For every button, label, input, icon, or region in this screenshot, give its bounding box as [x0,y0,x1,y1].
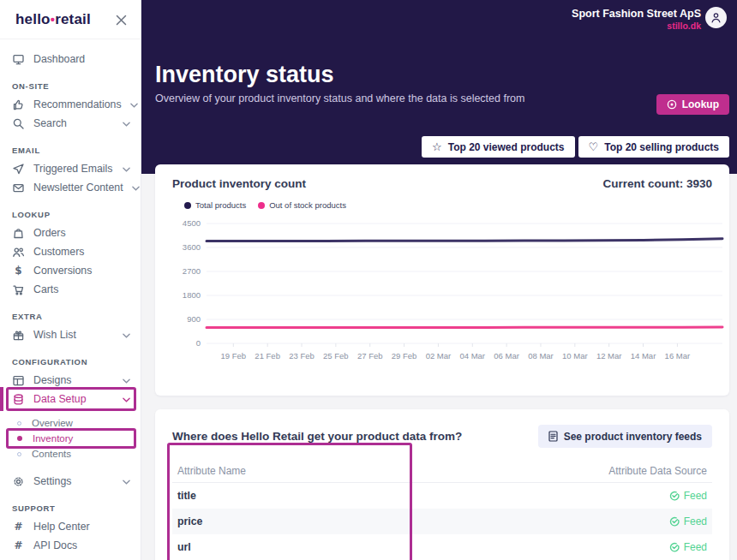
page-title: Inventory status [155,62,334,88]
chevron-down-icon [123,374,130,386]
section-extra: EXTRA [12,312,129,321]
page-subtitle: Overview of your product inventory statu… [155,92,524,104]
paper-plane-icon [12,163,25,176]
sidebar-item-triggered-emails[interactable]: Triggered Emails [0,159,141,178]
sidebar-subitem-overview[interactable]: Overview [0,415,141,431]
top-20-viewed-button[interactable]: ☆ Top 20 viewed products [422,136,574,158]
svg-text:21 Feb: 21 Feb [255,351,280,360]
sidebar: hello•retail Dashboard ON-SITE Recommend… [0,0,141,560]
svg-text:16 Mar: 16 Mar [665,351,691,360]
target-icon [667,99,677,110]
data-source-card: Where does Hello Retail get your product… [155,409,729,560]
account-domain: stillo.dk [572,21,701,31]
svg-text:0: 0 [196,338,201,348]
avatar[interactable] [705,7,727,28]
feed-badge: Feed [669,541,707,553]
sidebar-item-system-status[interactable]: # System Status [0,555,141,560]
hash-icon: # [12,521,25,533]
sidebar-item-settings[interactable]: Settings [0,472,141,491]
attributes-table: Attribute Name Attribute Data Source tit… [172,460,712,560]
sidebar-item-dashboard[interactable]: Dashboard [0,50,141,69]
sidebar-item-data-setup[interactable]: Data Setup [0,390,141,408]
sidebar-item-newsletter-content[interactable]: Newsletter Content [0,178,141,197]
sidebar-item-recommendations[interactable]: Recommendations [0,95,141,114]
section-configuration: CONFIGURATION [12,357,129,366]
sidebar-item-orders[interactable]: Orders [0,223,141,242]
monitor-icon [12,53,25,66]
svg-text:10 Mar: 10 Mar [562,351,588,360]
dollar-icon: $ [12,265,25,277]
chevron-down-icon [132,182,140,194]
table-header: Attribute Name Attribute Data Source [172,460,712,483]
chevron-down-icon [123,329,130,341]
svg-text:3600: 3600 [183,242,201,252]
sidebar-item-carts[interactable]: Carts [0,280,141,299]
annotation-stub-left-edge [0,387,3,411]
feed-badge: Feed [669,515,707,527]
sidebar-item-wish-list[interactable]: Wish List [0,325,141,344]
section-support: SUPPORT [12,503,129,513]
gear-icon [12,475,25,488]
layout-icon [12,374,25,387]
sidebar-item-api-docs[interactable]: # API Docs [0,536,141,555]
svg-text:14 Mar: 14 Mar [631,351,656,360]
app-window: hello•retail Dashboard ON-SITE Recommend… [0,0,737,560]
gift-icon [12,329,25,342]
table-row: price Feed [172,509,712,534]
legend-dot [184,202,191,209]
svg-text:1800: 1800 [183,290,201,300]
card-title: Product inventory count [172,177,306,190]
shopping-bag-icon [12,227,25,240]
document-icon [548,431,558,442]
inventory-count-card: Product inventory count Current count: 3… [155,164,729,396]
section-email: EMAIL [12,146,129,155]
star-icon: ☆ [432,140,442,153]
sidebar-subitem-inventory[interactable]: Inventory [0,431,141,446]
svg-text:900: 900 [187,314,201,324]
svg-text:23 Feb: 23 Feb [289,351,315,360]
svg-text:12 Mar: 12 Mar [596,351,622,360]
svg-text:2700: 2700 [183,266,201,276]
section-on-site: ON-SITE [12,81,129,91]
current-count: Current count: 3930 [602,177,712,190]
sidebar-item-designs[interactable]: Designs [0,371,141,390]
legend-dot [258,202,265,209]
svg-text:29 Feb: 29 Feb [392,351,417,360]
chevron-down-icon [123,163,130,175]
users-icon [12,246,25,259]
check-circle-icon [669,491,680,501]
top-products-buttons: ☆ Top 20 viewed products ♡ Top 20 sellin… [422,136,729,158]
svg-text:04 Mar: 04 Mar [459,351,485,360]
check-circle-icon [669,542,680,552]
chevron-down-icon [123,393,130,405]
sidebar-subitem-contents[interactable]: Contents [0,446,141,462]
table-row: url Feed [172,534,712,560]
database-icon [12,393,25,406]
check-circle-icon [669,516,680,527]
envelope-icon [12,182,25,194]
sidebar-item-customers[interactable]: Customers [0,242,141,261]
sidebar-item-conversions[interactable]: $ Conversions [0,261,141,280]
sidebar-header: hello•retail [0,0,141,39]
sidebar-item-help-center[interactable]: # Help Center [0,517,141,536]
svg-text:06 Mar: 06 Mar [494,351,519,360]
page-header: Sport Fashion Street ApS stillo.dk Inven… [141,0,737,174]
hash-icon: # [12,539,25,552]
chevron-down-icon [123,475,130,487]
chevron-down-icon [123,117,130,129]
svg-text:19 Feb: 19 Feb [221,351,247,360]
main-content: Sport Fashion Street ApS stillo.dk Inven… [141,0,737,560]
see-feeds-button[interactable]: See product inventory feeds [538,425,712,448]
top-20-selling-button[interactable]: ♡ Top 20 selling products [578,136,729,158]
bullet-icon [17,436,22,441]
thumb-up-icon [12,98,25,111]
legend-out-of-stock: Out of stock products [258,200,346,210]
section-lookup: LOOKUP [12,210,129,219]
sidebar-item-search[interactable]: Search [0,114,141,133]
account-name: Sport Fashion Street ApS [572,8,701,20]
table-row: title Feed [172,483,712,509]
svg-text:4500: 4500 [183,218,201,228]
close-sidebar-icon[interactable] [116,14,127,25]
feed-badge: Feed [669,490,707,502]
lookup-button[interactable]: Lookup [656,94,729,115]
